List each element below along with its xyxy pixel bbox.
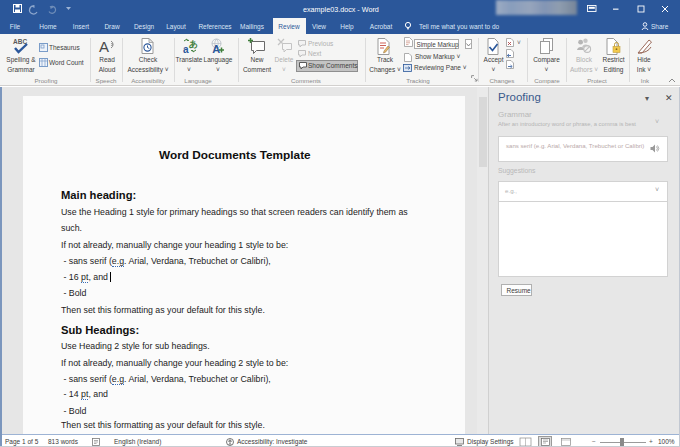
svg-text:A: A: [212, 43, 220, 55]
svg-text:あ: あ: [189, 39, 198, 49]
svg-text:A: A: [99, 38, 109, 55]
svg-text:ABC: ABC: [13, 38, 27, 45]
